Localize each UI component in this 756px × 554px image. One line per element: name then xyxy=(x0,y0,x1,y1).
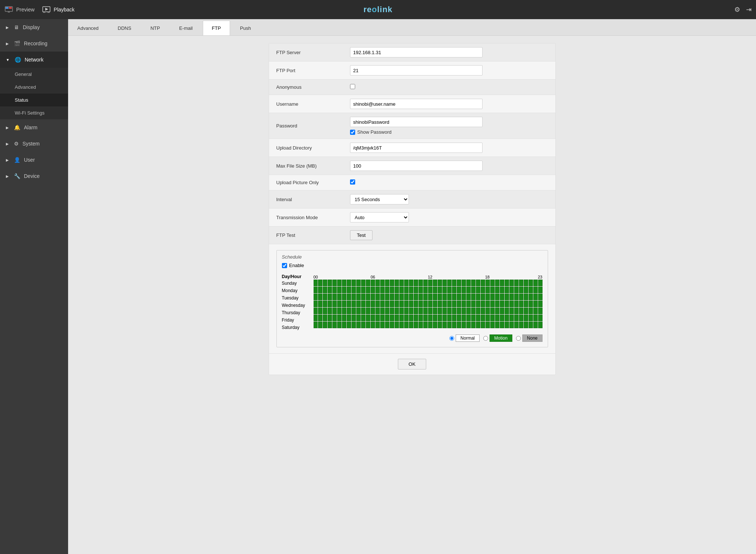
grid-cell[interactable] xyxy=(342,280,346,286)
tab-advanced[interactable]: Advanced xyxy=(68,21,108,35)
grid-cell[interactable] xyxy=(476,322,480,328)
grid-cell[interactable] xyxy=(395,308,399,314)
grid-cell[interactable] xyxy=(495,315,499,321)
grid-cell[interactable] xyxy=(514,294,519,300)
grid-cell[interactable] xyxy=(514,301,519,307)
grid-cell[interactable] xyxy=(438,287,442,293)
grid-cell[interactable] xyxy=(509,294,514,300)
grid-cell[interactable] xyxy=(332,294,337,300)
grid-cell[interactable] xyxy=(428,301,432,307)
grid-cell[interactable] xyxy=(505,322,509,328)
grid-cell[interactable] xyxy=(485,322,490,328)
grid-cell[interactable] xyxy=(442,294,447,300)
grid-cell[interactable] xyxy=(529,322,533,328)
grid-cell[interactable] xyxy=(337,322,342,328)
settings-icon[interactable]: ⚙ xyxy=(734,6,740,14)
grid-cell[interactable] xyxy=(366,294,370,300)
legend-motion-radio[interactable] xyxy=(483,336,488,341)
grid-cell[interactable] xyxy=(533,294,538,300)
grid-cell[interactable] xyxy=(366,287,370,293)
grid-cell[interactable] xyxy=(356,287,361,293)
grid-cell[interactable] xyxy=(385,287,389,293)
grid-cell[interactable] xyxy=(399,315,404,321)
tab-push[interactable]: Push xyxy=(231,21,260,35)
grid-cell[interactable] xyxy=(442,280,447,286)
tab-ftp[interactable]: FTP xyxy=(203,21,230,35)
transmission-mode-select[interactable]: Auto Passive Port xyxy=(350,212,409,222)
grid-cell[interactable] xyxy=(337,315,342,321)
grid-cell[interactable] xyxy=(423,294,428,300)
grid-cell[interactable] xyxy=(447,301,452,307)
grid-cell[interactable] xyxy=(318,315,322,321)
grid-cell[interactable] xyxy=(462,322,466,328)
grid-cell[interactable] xyxy=(385,294,389,300)
grid-cell[interactable] xyxy=(395,322,399,328)
grid-cell[interactable] xyxy=(533,287,538,293)
grid-cell[interactable] xyxy=(414,308,418,314)
grid-cell[interactable] xyxy=(366,308,370,314)
grid-cell[interactable] xyxy=(466,308,471,314)
grid-cell[interactable] xyxy=(323,287,327,293)
grid-cell[interactable] xyxy=(337,308,342,314)
grid-cell[interactable] xyxy=(409,322,413,328)
grid-cell[interactable] xyxy=(314,308,318,314)
grid-cell[interactable] xyxy=(509,308,514,314)
grid-cell[interactable] xyxy=(423,308,428,314)
grid-cell[interactable] xyxy=(433,294,437,300)
grid-cell[interactable] xyxy=(505,315,509,321)
grid-cell[interactable] xyxy=(409,315,413,321)
ftp-port-input[interactable] xyxy=(350,65,483,76)
grid-cell[interactable] xyxy=(509,301,514,307)
grid-cell[interactable] xyxy=(371,301,375,307)
grid-cell[interactable] xyxy=(404,301,409,307)
grid-cell[interactable] xyxy=(395,294,399,300)
grid-cell[interactable] xyxy=(351,315,356,321)
grid-cell[interactable] xyxy=(471,322,476,328)
grid-cell[interactable] xyxy=(342,294,346,300)
grid-cell[interactable] xyxy=(414,294,418,300)
grid-cell[interactable] xyxy=(471,315,476,321)
tab-ddns[interactable]: DDNS xyxy=(109,21,141,35)
grid-cell[interactable] xyxy=(466,280,471,286)
grid-cell[interactable] xyxy=(356,294,361,300)
grid-cell[interactable] xyxy=(428,287,432,293)
grid-cell[interactable] xyxy=(500,322,504,328)
grid-cell[interactable] xyxy=(529,287,533,293)
grid-cell[interactable] xyxy=(318,280,322,286)
sidebar-item-user[interactable]: ▶ 👤 User xyxy=(0,152,68,168)
grid-cell[interactable] xyxy=(404,322,409,328)
grid-cell[interactable] xyxy=(462,294,466,300)
grid-cell[interactable] xyxy=(323,308,327,314)
grid-cell[interactable] xyxy=(380,294,385,300)
grid-cell[interactable] xyxy=(318,287,322,293)
grid-cell[interactable] xyxy=(328,308,332,314)
grid-cell[interactable] xyxy=(509,322,514,328)
grid-cell[interactable] xyxy=(361,308,365,314)
grid-cell[interactable] xyxy=(399,287,404,293)
grid-cell[interactable] xyxy=(328,322,332,328)
grid-cell[interactable] xyxy=(414,322,418,328)
grid-cell[interactable] xyxy=(509,287,514,293)
grid-cell[interactable] xyxy=(462,280,466,286)
grid-cell[interactable] xyxy=(462,308,466,314)
grid-cell[interactable] xyxy=(514,308,519,314)
grid-cell[interactable] xyxy=(380,322,385,328)
grid-cell[interactable] xyxy=(452,294,456,300)
grid-cell[interactable] xyxy=(395,287,399,293)
grid-cell[interactable] xyxy=(390,301,394,307)
sidebar-item-system[interactable]: ▶ ⚙ System xyxy=(0,136,68,152)
grid-cell[interactable] xyxy=(538,322,543,328)
grid-cell[interactable] xyxy=(314,322,318,328)
grid-cell[interactable] xyxy=(366,301,370,307)
grid-cell[interactable] xyxy=(347,294,351,300)
grid-cell[interactable] xyxy=(337,287,342,293)
grid-cell[interactable] xyxy=(485,294,490,300)
grid-cell[interactable] xyxy=(361,322,365,328)
grid-cell[interactable] xyxy=(471,301,476,307)
grid-cell[interactable] xyxy=(371,287,375,293)
grid-cell[interactable] xyxy=(428,294,432,300)
schedule-enable-checkbox[interactable] xyxy=(282,263,287,268)
grid-cell[interactable] xyxy=(428,322,432,328)
playback-nav[interactable]: Playback xyxy=(42,5,75,14)
grid-cell[interactable] xyxy=(390,322,394,328)
